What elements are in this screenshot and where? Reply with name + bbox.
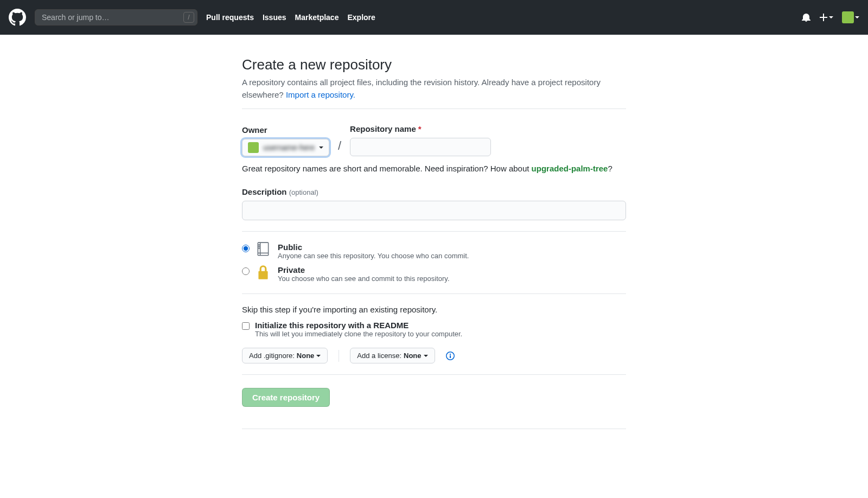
slash-separator: / — [338, 139, 341, 153]
visibility-public-option[interactable]: Public Anyone can see this repository. Y… — [242, 242, 626, 260]
owner-select-dropdown[interactable]: username-here — [242, 139, 329, 156]
lock-icon — [256, 264, 271, 280]
nav-links: Pull requests Issues Marketplace Explore — [206, 13, 375, 22]
visibility-private-option[interactable]: Private You choose who can see and commi… — [242, 265, 626, 283]
description-input[interactable] — [242, 201, 626, 220]
footer-divider — [242, 429, 626, 429]
suggested-name-link[interactable]: upgraded-palm-tree — [532, 164, 608, 173]
nav-issues[interactable]: Issues — [263, 13, 286, 22]
owner-repo-row: Owner username-here / Repository name* — [242, 124, 626, 156]
slash-key-hint: / — [183, 12, 194, 23]
search-wrap: / — [35, 9, 197, 25]
divider — [242, 293, 626, 294]
svg-point-5 — [259, 248, 259, 248]
private-title: Private — [278, 265, 450, 274]
vertical-separator — [339, 350, 339, 362]
caret-down-icon — [319, 145, 323, 150]
reponame-group: Repository name* — [350, 124, 491, 156]
create-repository-button[interactable]: Create repository — [242, 388, 330, 407]
owner-avatar-icon — [248, 142, 259, 153]
page-subtitle: A repository contains all project files,… — [242, 76, 626, 101]
license-info-icon[interactable] — [446, 352, 455, 360]
skip-import-text: Skip this step if you're importing an ex… — [242, 305, 626, 314]
svg-point-3 — [259, 245, 259, 245]
nav-explore[interactable]: Explore — [347, 13, 375, 22]
init-readme-title: Initialize this repository with a README — [255, 321, 462, 330]
owner-label: Owner — [242, 125, 329, 135]
divider — [242, 108, 626, 109]
user-menu-dropdown[interactable] — [842, 11, 859, 23]
nav-marketplace[interactable]: Marketplace — [295, 13, 339, 22]
private-radio[interactable] — [242, 267, 250, 275]
header-right — [802, 11, 859, 23]
dropdown-buttons-row: Add .gitignore: None Add a license: None — [242, 348, 626, 363]
public-desc: Anyone can see this repository. You choo… — [278, 252, 469, 260]
svg-point-4 — [259, 246, 259, 247]
github-logo-icon[interactable] — [9, 9, 35, 26]
repo-name-label: Repository name* — [350, 124, 491, 133]
owner-name: username-here — [263, 143, 315, 152]
nav-pull-requests[interactable]: Pull requests — [206, 13, 254, 22]
description-label: Description (optional) — [242, 187, 626, 196]
search-input[interactable] — [35, 9, 197, 25]
init-readme-row[interactable]: Initialize this repository with a README… — [242, 321, 626, 338]
divider — [242, 374, 626, 375]
public-radio[interactable] — [242, 245, 250, 252]
private-desc: You choose who can see and commit to thi… — [278, 274, 450, 283]
caret-down-icon — [424, 354, 428, 358]
repo-name-helper: Great repository names are short and mem… — [242, 164, 626, 173]
public-title: Public — [278, 242, 469, 252]
caret-down-icon — [316, 354, 321, 358]
owner-group: Owner username-here — [242, 125, 329, 156]
avatar-icon — [842, 11, 854, 23]
required-star: * — [418, 124, 422, 133]
gitignore-dropdown[interactable]: Add .gitignore: None — [242, 348, 328, 363]
init-readme-desc: This will let you immediately clone the … — [255, 330, 462, 338]
init-readme-checkbox[interactable] — [242, 322, 250, 330]
import-repository-link[interactable]: Import a repository. — [286, 90, 355, 99]
repo-public-icon — [256, 241, 271, 258]
main-container: Create a new repository A repository con… — [233, 56, 635, 429]
license-dropdown[interactable]: Add a license: None — [350, 348, 435, 363]
notifications-icon[interactable] — [802, 13, 810, 22]
global-header: / Pull requests Issues Marketplace Explo… — [0, 0, 868, 35]
repo-name-input[interactable] — [350, 138, 491, 156]
create-new-dropdown[interactable] — [819, 13, 833, 22]
page-title: Create a new repository — [242, 56, 626, 73]
divider — [242, 231, 626, 232]
